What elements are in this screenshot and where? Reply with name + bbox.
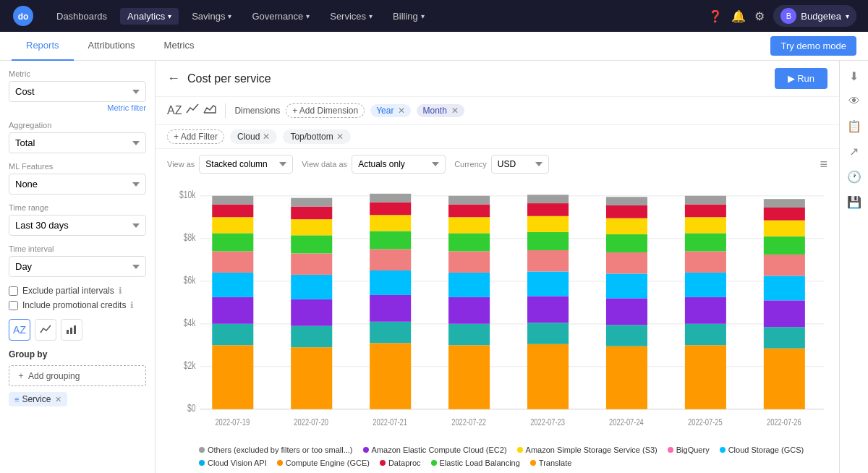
svg-rect-94 [764,208,805,221]
metric-filter-link[interactable]: Metric filter [9,103,146,112]
svg-rect-72 [606,234,647,252]
export-icon[interactable]: ⬇ [849,69,859,83]
svg-rect-68 [606,325,647,346]
time-interval-select[interactable]: Day [9,256,146,277]
tab-attributions[interactable]: Attributions [74,32,150,61]
service-tag-label: Service [22,394,51,404]
nav-governance[interactable]: Governance ▾ [244,8,317,25]
svg-text:2022-07-24: 2022-07-24 [609,417,644,427]
exclude-partial-info-icon[interactable]: ℹ [119,286,122,296]
year-chip-remove[interactable]: ✕ [398,106,405,116]
legend-item-elb: Elastic Load Balancing [431,459,520,467]
chart-svg: $10k $8k $6k $4k $2k $0 [167,185,827,441]
exclude-partial-checkbox[interactable] [9,286,18,296]
settings-icon[interactable]: ⚙ [754,9,765,23]
save-icon[interactable]: 💾 [847,195,861,209]
svg-text:$4k: $4k [184,316,196,328]
svg-rect-4 [74,325,76,334]
nav-services[interactable]: Services ▾ [323,8,380,25]
include-promotional-checkbox[interactable] [9,301,18,310]
top-bottom-filter-remove[interactable]: ✕ [336,132,344,142]
run-button[interactable]: ▶ Run [775,68,827,89]
svg-rect-20 [212,273,253,297]
svg-rect-21 [212,251,253,273]
svg-rect-58 [527,323,569,344]
time-range-select[interactable]: Last 30 days [9,215,146,236]
legend-label-vision: Cloud Vision API [208,459,267,467]
sub-nav: Reports Attributions Metrics Try demo mo… [0,32,868,61]
legend-dot-dataproc [380,460,386,466]
legend-item-vision: Cloud Vision API [199,459,267,467]
chart-area-icon[interactable] [203,103,216,119]
nav-billing[interactable]: Billing ▾ [386,8,432,25]
svg-rect-54 [448,205,490,218]
share-icon[interactable]: ↗ [849,145,859,158]
service-tag: ≡ Service ✕ [9,392,67,406]
cloud-filter-remove[interactable]: ✕ [263,132,270,142]
nav-savings[interactable]: Savings ▾ [184,8,239,25]
help-icon[interactable]: ❓ [708,9,723,23]
add-grouping-button[interactable]: ＋ Add grouping [9,365,146,386]
svg-rect-87 [764,349,805,409]
metric-select[interactable]: Cost [9,81,146,102]
nav-dashboards[interactable]: Dashboards [49,8,114,25]
svg-rect-73 [606,218,647,234]
svg-rect-74 [606,205,647,218]
notifications-icon[interactable]: 🔔 [731,9,746,23]
legend-item-ec2: Amazon Elastic Compute Cloud (EC2) [363,446,507,454]
svg-rect-17 [212,345,253,409]
history-icon[interactable]: 🕐 [847,170,861,184]
tab-metrics[interactable]: Metrics [150,32,209,61]
month-chip-remove[interactable]: ✕ [451,106,459,116]
svg-rect-28 [291,326,332,348]
service-tag-remove[interactable]: ✕ [55,395,61,404]
sort-icon[interactable]: AZ [167,104,182,117]
clipboard-icon[interactable]: 📋 [847,119,861,133]
legend-dot-ec2 [363,447,369,453]
chart-line-icon[interactable] [186,103,199,119]
legend-dot-gce [277,460,283,466]
include-promotional-info-icon[interactable]: ℹ [130,300,134,310]
back-button[interactable]: ← [167,71,180,86]
legend-dot-bigquery [668,447,673,453]
try-demo-button[interactable]: Try demo mode [770,36,856,56]
add-filter-button[interactable]: + Add Filter [167,129,224,144]
svg-rect-91 [764,255,805,276]
view-data-select[interactable]: Actuals only [352,155,446,174]
user-menu[interactable]: B Budgetea ▾ [773,5,856,27]
tab-reports[interactable]: Reports [12,32,74,61]
year-chip[interactable]: Year ✕ [370,104,411,117]
include-promotional-label: Include promotional credits [22,300,126,310]
svg-rect-55 [448,196,490,205]
currency-select[interactable]: USD [491,155,549,174]
exclude-partial-label: Exclude partial intervals [22,286,114,296]
aggregation-select[interactable]: Total [9,132,146,153]
logo[interactable]: do [12,4,35,27]
legend-label-gcs: Cloud Storage (GCS) [728,446,804,454]
ml-features-select[interactable]: None [9,174,146,195]
eye-icon[interactable]: 👁 [848,95,860,108]
chart-options-icon[interactable]: ≡ [820,157,827,172]
view-as-select[interactable]: Stacked column [199,155,293,174]
svg-rect-69 [606,298,647,325]
svg-rect-31 [291,253,332,275]
svg-rect-89 [764,300,805,327]
chart-type-line[interactable] [35,319,56,341]
nav-analytics[interactable]: Analytics ▾ [120,8,179,25]
month-chip[interactable]: Month ✕ [417,104,464,117]
add-dimension-chip[interactable]: + Add Dimension [286,103,365,118]
chart-type-text[interactable]: AZ [9,319,30,341]
chart-type-bar[interactable] [61,319,82,341]
view-as-label: View as [167,160,195,169]
svg-rect-49 [448,297,490,324]
svg-text:2022-07-23: 2022-07-23 [530,417,565,427]
chart-container: $10k $8k $6k $4k $2k $0 [156,179,839,441]
svg-text:2022-07-22: 2022-07-22 [451,417,486,427]
svg-rect-95 [764,199,805,208]
ml-features-section: ML Features None [9,162,146,195]
user-dropdown-icon: ▾ [846,12,849,20]
view-controls: View as Stacked column View data as Actu… [156,149,839,179]
svg-rect-35 [291,198,332,207]
svg-rect-81 [685,251,726,273]
aggregation-section: Aggregation Total [9,121,146,153]
